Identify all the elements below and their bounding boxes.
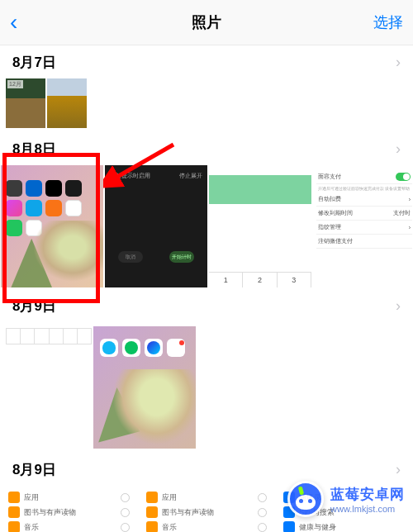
date-label: 8月9日 (12, 297, 56, 316)
chevron-right-icon: › (396, 140, 401, 158)
app-icon-wechat (122, 339, 140, 357)
select-button[interactable]: 选择 (373, 12, 403, 32)
section-header-aug9a[interactable]: 8月9日 › (0, 289, 413, 322)
watermark: 蓝莓安卓网 www.lmkjst.com (287, 481, 405, 517)
page-title: 照片 (192, 12, 221, 32)
photo-thumbnail-homescreen[interactable] (1, 165, 103, 287)
photo-thumbnail-app[interactable]: 1 2 3 (209, 165, 311, 287)
watermark-logo-icon (287, 481, 324, 517)
watermark-url: www.lmkjst.com (330, 504, 405, 514)
chevron-right-icon: › (396, 461, 401, 478)
section-header-aug7[interactable]: 8月7日 › (0, 45, 413, 78)
photo-thumbnail-blank[interactable] (6, 326, 92, 449)
photo-thumbnail-list[interactable]: 应用 图书与有声读物 音乐 (8, 490, 130, 532)
date-label: 8月7日 (12, 53, 56, 72)
chevron-right-icon: › (396, 54, 401, 71)
photo-thumbnail[interactable] (47, 78, 87, 128)
chevron-right-icon: › (396, 297, 401, 315)
app-icon-notification (167, 339, 185, 357)
photo-thumbnail-homescreen[interactable] (93, 326, 196, 449)
watermark-name: 蓝莓安卓网 (330, 485, 405, 504)
app-icon-qq (100, 339, 118, 357)
photo-thumbnail-dark[interactable]: 分时提示时启用停止展开 取消开始计时 (105, 165, 207, 287)
photo-thumbnail[interactable] (6, 78, 45, 128)
date-label: 8月9日 (12, 460, 56, 479)
photo-thumbnail-list[interactable]: 应用 图书与有声读物 音乐 (146, 490, 268, 532)
photo-thumbnail-settings[interactable]: 面容支付 开通后可通过验证面容快速完成付款 设备设置帮助 自动扣费› 修改到期时… (313, 165, 413, 287)
app-icon-baidu (145, 339, 163, 357)
back-button[interactable]: ‹ (10, 9, 35, 36)
section-header-aug8[interactable]: 8月8日 › (0, 132, 413, 165)
date-label: 8月8日 (12, 140, 56, 159)
